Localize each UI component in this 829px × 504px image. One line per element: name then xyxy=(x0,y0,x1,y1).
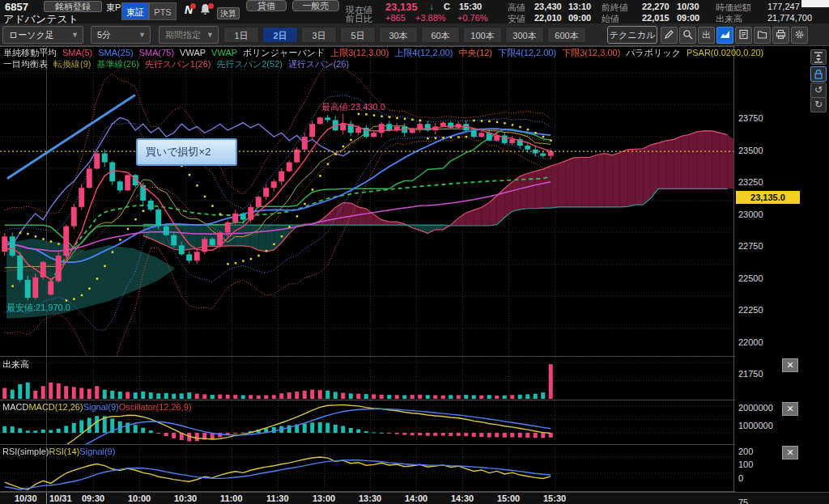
fit-height-icon[interactable] xyxy=(810,49,827,65)
legend-token: Oscillator(12,26,9) xyxy=(119,402,192,412)
gear-icon[interactable] xyxy=(791,27,808,44)
printer-icon[interactable] xyxy=(772,27,789,44)
time-label-11:00: 11:00 xyxy=(220,493,243,503)
prev-close-date: 10/30 xyxy=(677,2,699,11)
legend-token: SMA(5) xyxy=(62,48,92,57)
market-cap-value: 177,247 xyxy=(767,2,800,11)
trade-note-tooltip: 買いで損切×2 xyxy=(136,138,237,166)
legend-token: MACD(12,26) xyxy=(28,402,83,412)
trading-app-window: 6857 銘柄登録 東P 現在値 23,135 ↓ C 15:30 高値 23,… xyxy=(0,0,829,504)
exchange-toggle-pts[interactable]: PTS xyxy=(149,2,176,20)
legend-token: 転換線(9) xyxy=(53,59,91,69)
price-axis-label: 23500 xyxy=(738,146,763,155)
chart-type-select[interactable]: ローソク足▼ xyxy=(2,26,83,44)
range-button-1日[interactable]: 1日 xyxy=(223,27,259,43)
pencil-icon[interactable] xyxy=(661,27,678,44)
high-time: 13:10 xyxy=(568,2,591,11)
legend-token: Signal(9) xyxy=(79,447,115,456)
undo-icon[interactable]: ↺ xyxy=(810,83,827,98)
technical-button[interactable]: テクニカル xyxy=(607,26,657,44)
high-value: 23,430 xyxy=(534,2,562,11)
legend-token: 先行スパン1(26) xyxy=(145,59,210,69)
range-button-600本[interactable]: 600本 xyxy=(547,27,586,43)
price-axis-label: 21750 xyxy=(738,369,763,379)
legend-token: 基準線(26) xyxy=(96,59,139,69)
legend-token: MACD xyxy=(2,402,28,412)
header: 6857 銘柄登録 東P 現在値 23,135 ↓ C 15:30 高値 23,… xyxy=(0,0,829,23)
time-label-11:30: 11:30 xyxy=(266,493,289,503)
volume-pane-title: 出来高 xyxy=(2,358,29,371)
time-label-14:00: 14:00 xyxy=(405,493,427,503)
memo-icon[interactable] xyxy=(735,27,752,44)
range-button-30本[interactable]: 30本 xyxy=(379,27,418,43)
date-label-day1: 10/30 xyxy=(15,493,37,503)
close-rsi-pane-button[interactable]: ✕ xyxy=(782,446,798,460)
close-volume-pane-button[interactable]: ✕ xyxy=(782,358,798,372)
change-value: +865 xyxy=(385,13,406,23)
taishaku-button[interactable]: 貸借 xyxy=(246,0,287,11)
macd-axis-label: 100 xyxy=(738,460,753,469)
range-button-60本[interactable]: 60本 xyxy=(421,27,460,43)
bell-alert-dot xyxy=(208,3,214,9)
indicator-legend-row-1: 単純移動平均SMA(5)SMA(25)SMA(75)VWAPVWAPボリンジャー… xyxy=(3,48,769,58)
legend-token: PSAR(0.0200,0.20) xyxy=(687,48,763,57)
legend-token: 単純移動平均 xyxy=(3,48,57,57)
legend-token: 遅行スパン(26) xyxy=(288,59,349,69)
legend-token: RSI(simple) xyxy=(2,447,49,456)
price-axis-label: 22000 xyxy=(738,337,763,347)
register-symbol-button[interactable]: 銘柄登録 xyxy=(44,1,102,12)
export-icon[interactable]: 出 xyxy=(698,27,715,44)
range-button-5日[interactable]: 5日 xyxy=(340,27,376,43)
chart-style-icon[interactable] xyxy=(716,27,733,44)
kessan-button[interactable]: 決算 xyxy=(217,7,240,19)
close-macd-pane-button[interactable]: ✕ xyxy=(782,402,798,416)
time-label-14:30: 14:30 xyxy=(451,493,474,503)
session-high-annotation: 最高値:23,430.0 xyxy=(321,101,385,113)
redo-icon[interactable]: ↻ xyxy=(810,97,827,112)
range-button-2日[interactable]: 2日 xyxy=(262,27,298,43)
indicator-legend-row-2: 一目均衡表転換線(9)基準線(26)先行スパン1(26)先行スパン2(52)遅行… xyxy=(3,59,355,70)
time-label-15:00: 15:00 xyxy=(497,493,520,503)
legend-token: 中央(12) xyxy=(458,48,492,57)
zoom-icon[interactable] xyxy=(679,27,696,44)
legend-token: RSI(14) xyxy=(49,447,79,456)
price-axis-label: 22750 xyxy=(738,241,763,251)
time-label-10:00: 10:00 xyxy=(128,493,151,503)
legend-token: 一目均衡表 xyxy=(3,59,48,69)
legend-token: パラボリック xyxy=(626,48,681,57)
macd-axis-label: 0 xyxy=(738,473,743,483)
chevron-down-icon: ▼ xyxy=(71,27,79,43)
period-select[interactable]: 期間指定▼ xyxy=(159,26,219,44)
news-icon[interactable]: N xyxy=(181,3,196,19)
range-button-100本[interactable]: 100本 xyxy=(463,27,502,43)
time-label-15:30: 15:30 xyxy=(543,493,566,503)
volume-axis-label: 2000000 xyxy=(738,403,773,413)
drawn-trendline[interactable] xyxy=(8,95,134,178)
bell-icon[interactable] xyxy=(199,3,214,19)
time-axis: 10/30 10/31 09:3010:0010:3011:0011:3013:… xyxy=(0,492,829,504)
date-label-day2: 10/31 xyxy=(49,493,72,503)
time-label-13:00: 13:00 xyxy=(312,493,335,503)
stock-code: 6857 xyxy=(5,1,28,13)
macd-axis-label: 200 xyxy=(738,447,753,456)
legend-token: SMA(75) xyxy=(139,48,174,57)
interval-select[interactable]: 5分▼ xyxy=(91,26,151,44)
legend-token: 下限4(12,2.00) xyxy=(498,48,556,57)
price-axis-label: 23000 xyxy=(738,210,763,219)
low-value: 22,010 xyxy=(534,13,562,23)
last-price-value: 23,135 xyxy=(385,1,418,13)
macd-pane-legend: MACDMACD(12,26)Signal(9)Oscillator(12,26… xyxy=(2,402,192,412)
change-percent: +3.88% xyxy=(415,13,446,23)
range-button-300本[interactable]: 300本 xyxy=(505,27,544,43)
day-separator xyxy=(46,493,47,504)
session-flag: C xyxy=(444,2,450,11)
ippan-sell-button[interactable]: 一般売 xyxy=(292,0,339,11)
range-button-3日[interactable]: 3日 xyxy=(301,27,337,43)
legend-token: 先行スパン2(52) xyxy=(216,59,282,69)
exchange-toggle-tse[interactable]: 東証 xyxy=(121,2,149,20)
lock-scale-icon[interactable] xyxy=(810,66,827,82)
price-axis-label: 22500 xyxy=(738,273,763,283)
time-label-13:30: 13:30 xyxy=(359,493,381,503)
folder-icon[interactable] xyxy=(754,27,771,44)
price-axis-label: 23750 xyxy=(738,113,763,123)
